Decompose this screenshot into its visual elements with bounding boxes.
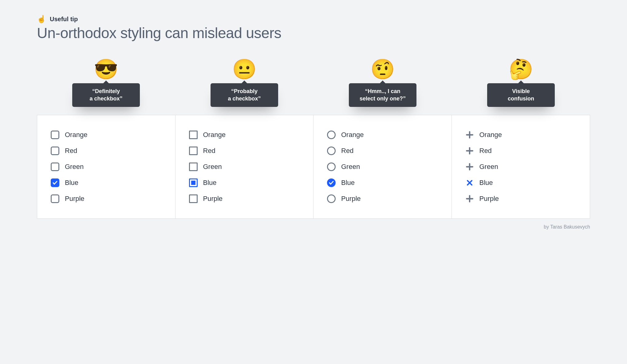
option-label: Red (479, 147, 492, 155)
checkbox-square-sharp-icon[interactable] (189, 131, 198, 139)
checkbox-circle-icon[interactable] (327, 194, 336, 203)
checkbox-circle-icon[interactable] (327, 147, 336, 155)
option-row[interactable]: Orange (327, 127, 438, 143)
checkbox-square-rounded-icon[interactable] (51, 131, 59, 139)
option-row[interactable]: Green (465, 159, 577, 175)
option-label: Red (203, 147, 215, 155)
panel-circle: OrangeRedGreenBluePurple (314, 115, 452, 218)
option-row[interactable]: Red (327, 143, 438, 159)
option-row[interactable]: Orange (51, 127, 162, 143)
option-label: Green (341, 163, 360, 171)
raised-eyebrow-face-icon: 🤨 (370, 59, 395, 79)
author-credit: by Taras Bakusevych (37, 224, 590, 230)
option-row[interactable]: Red (189, 143, 300, 159)
tip-label: Useful tip (50, 16, 78, 23)
option-row[interactable]: Red (51, 143, 162, 159)
neutral-face-icon: 😐 (232, 59, 257, 79)
page-title: Un-orthodox styling can mislead users (37, 25, 590, 41)
plus-icon[interactable] (465, 131, 474, 139)
speech-bubble: Visible confusion (487, 83, 555, 107)
option-label: Purple (479, 195, 499, 203)
thinking-face-icon: 🤔 (509, 59, 533, 79)
option-row[interactable]: Green (327, 159, 438, 175)
option-label: Green (65, 163, 84, 171)
tip-row: ☝ Useful tip (37, 15, 590, 23)
example-panels: OrangeRedGreenBluePurple OrangeRedGreenB… (37, 115, 590, 219)
option-row[interactable]: Green (51, 159, 162, 175)
speech-bubble: “Hmm.., I can select only one?” (349, 83, 416, 107)
checkbox-circle-icon[interactable] (327, 131, 336, 139)
option-row[interactable]: Purple (465, 191, 577, 207)
option-label: Green (479, 163, 498, 171)
option-row[interactable]: Blue (465, 175, 577, 191)
cool-face-icon: 😎 (94, 59, 118, 79)
option-row[interactable]: Red (465, 143, 577, 159)
checkbox-square-rounded-icon[interactable] (51, 147, 59, 155)
option-label: Red (65, 147, 77, 155)
option-row[interactable]: Purple (327, 191, 438, 207)
option-row[interactable]: Green (189, 159, 300, 175)
option-label: Blue (341, 179, 355, 187)
panel-square-sharp: OrangeRedGreenBluePurple (175, 115, 314, 218)
option-label: Blue (479, 179, 493, 187)
option-label: Orange (341, 131, 364, 139)
column-headers: 😎 “Definitely a checkbox” 😐 “Probably a … (37, 59, 590, 115)
column-header: 😐 “Probably a checkbox” (175, 59, 314, 115)
option-row[interactable]: Purple (51, 191, 162, 207)
checkbox-square-rounded-icon[interactable] (51, 194, 59, 203)
column-header: 🤔 Visible confusion (452, 59, 590, 115)
option-row[interactable]: Purple (189, 191, 300, 207)
point-up-icon: ☝ (37, 15, 46, 23)
option-label: Blue (203, 179, 217, 187)
plus-icon[interactable] (465, 147, 474, 155)
speech-bubble: “Probably a checkbox” (211, 83, 278, 107)
option-label: Red (341, 147, 353, 155)
column-header: 😎 “Definitely a checkbox” (37, 59, 175, 115)
option-row[interactable]: Orange (189, 127, 300, 143)
checkbox-square-sharp-icon[interactable] (189, 147, 198, 155)
x-icon[interactable] (465, 178, 474, 187)
option-label: Purple (203, 195, 223, 203)
option-label: Orange (203, 131, 226, 139)
checkbox-square-sharp-icon[interactable] (189, 194, 198, 203)
option-label: Purple (65, 195, 85, 203)
option-label: Orange (65, 131, 87, 139)
checkbox-circle-icon[interactable] (327, 178, 336, 187)
checkbox-square-rounded-icon[interactable] (51, 162, 59, 171)
column-header: 🤨 “Hmm.., I can select only one?” (314, 59, 452, 115)
panel-plus-x: OrangeRedGreenBluePurple (452, 115, 590, 218)
option-row[interactable]: Blue (51, 175, 162, 191)
option-label: Purple (341, 195, 361, 203)
option-label: Orange (479, 131, 502, 139)
panel-square-rounded: OrangeRedGreenBluePurple (37, 115, 175, 218)
checkbox-square-sharp-icon[interactable] (189, 162, 198, 171)
plus-icon[interactable] (465, 194, 474, 203)
option-label: Blue (65, 179, 78, 187)
plus-icon[interactable] (465, 162, 474, 171)
checkbox-square-rounded-icon[interactable] (51, 178, 59, 187)
option-row[interactable]: Blue (189, 175, 300, 191)
option-row[interactable]: Blue (327, 175, 438, 191)
checkbox-square-sharp-icon[interactable] (189, 178, 198, 187)
checkbox-circle-icon[interactable] (327, 162, 336, 171)
speech-bubble: “Definitely a checkbox” (72, 83, 140, 107)
option-label: Green (203, 163, 222, 171)
option-row[interactable]: Orange (465, 127, 577, 143)
